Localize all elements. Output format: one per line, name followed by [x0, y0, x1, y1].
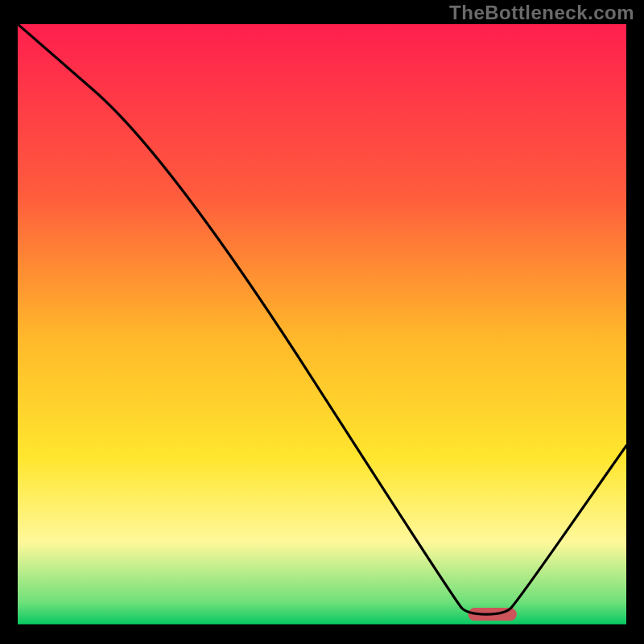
watermark-label: TheBottleneck.com — [449, 2, 634, 24]
chart-frame: TheBottleneck.com — [0, 0, 644, 644]
plot-background — [18, 24, 626, 626]
bottleneck-plot — [18, 24, 626, 626]
